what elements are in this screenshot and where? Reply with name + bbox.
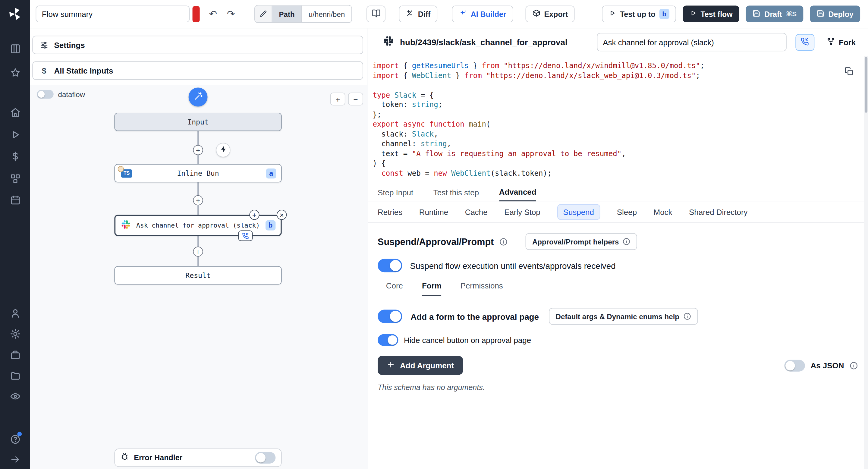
fork-button[interactable]: Fork bbox=[823, 36, 859, 48]
tab-suspend[interactable]: Suspend bbox=[557, 204, 600, 220]
hide-cancel-toggle[interactable] bbox=[378, 334, 398, 346]
subtab-form[interactable]: Form bbox=[422, 281, 441, 296]
help-icon[interactable] bbox=[0, 429, 30, 449]
delete-step-button[interactable]: × bbox=[277, 210, 287, 220]
add-argument-button[interactable]: Add Argument bbox=[378, 356, 463, 375]
flow-graph-canvas[interactable]: dataflow + − Input + TS Inline Bun a bbox=[30, 85, 368, 469]
tab-test-this-step[interactable]: Test this step bbox=[433, 188, 479, 201]
as-json-toggle[interactable] bbox=[784, 359, 805, 371]
blocks-icon[interactable] bbox=[0, 168, 30, 189]
as-json-label: As JSON bbox=[811, 361, 844, 370]
undo-icon: ↶ bbox=[209, 8, 217, 20]
diff-label: Diff bbox=[418, 10, 431, 18]
eye-icon[interactable] bbox=[0, 386, 30, 406]
tab-sleep[interactable]: Sleep bbox=[617, 207, 637, 216]
path-label: Path bbox=[272, 6, 302, 23]
tab-step-input[interactable]: Step Input bbox=[378, 188, 413, 201]
flow-editor-panel: Settings $ All Static Inputs dataflow + … bbox=[30, 28, 368, 469]
tab-early-stop[interactable]: Early Stop bbox=[504, 207, 540, 216]
ai-wand-button[interactable] bbox=[189, 88, 208, 107]
arrow-right-icon[interactable] bbox=[0, 449, 30, 469]
approval-helpers-button[interactable]: Approval/Prompt helpers bbox=[526, 233, 638, 250]
package-icon bbox=[532, 9, 540, 19]
sparkles-icon bbox=[458, 9, 467, 19]
info-icon[interactable] bbox=[849, 361, 858, 370]
tab-retries[interactable]: Retries bbox=[378, 207, 402, 216]
app-window: ↶ ↷ Path u/henri/ben Diff AI Builder Exp… bbox=[0, 0, 868, 469]
play-icon bbox=[689, 9, 696, 19]
tab-runtime[interactable]: Runtime bbox=[419, 207, 448, 216]
path-editor[interactable]: Path u/henri/ben bbox=[254, 5, 352, 23]
info-icon bbox=[683, 313, 691, 320]
docs-button[interactable] bbox=[367, 6, 385, 23]
code-content[interactable]: import { getResumeUrls } from "https://d… bbox=[373, 61, 846, 178]
static-inputs-row[interactable]: $ All Static Inputs bbox=[32, 61, 363, 80]
code-editor[interactable]: import { getResumeUrls } from "https://d… bbox=[368, 56, 868, 184]
flow-settings-row[interactable]: Settings bbox=[32, 36, 363, 54]
calendar-icon[interactable] bbox=[0, 190, 30, 210]
step-tabs: Step Input Test this step Advanced bbox=[368, 184, 868, 201]
insert-step-button[interactable]: + bbox=[193, 195, 203, 205]
toolbar: ↶ ↷ Path u/henri/ben Diff AI Builder Exp… bbox=[30, 0, 868, 28]
draft-label: Draft bbox=[764, 10, 782, 18]
flow-node-input[interactable]: Input bbox=[114, 113, 281, 131]
redo-button[interactable]: ↷ bbox=[222, 6, 240, 23]
star-icon[interactable] bbox=[0, 62, 30, 83]
scrollbar[interactable] bbox=[864, 56, 868, 469]
undo-button[interactable]: ↶ bbox=[204, 6, 222, 23]
add-branch-button[interactable]: + bbox=[249, 210, 259, 220]
play-runs-icon[interactable] bbox=[0, 124, 30, 145]
kanban-icon[interactable] bbox=[0, 39, 30, 59]
subtab-permissions[interactable]: Permissions bbox=[461, 281, 503, 296]
error-handler-toggle[interactable] bbox=[255, 452, 276, 464]
home-icon[interactable] bbox=[0, 102, 30, 122]
info-icon[interactable] bbox=[499, 238, 508, 246]
error-handler-row[interactable]: Error Handler bbox=[114, 448, 281, 467]
suspend-toggle[interactable] bbox=[378, 259, 402, 272]
tab-cache[interactable]: Cache bbox=[465, 207, 488, 216]
diff-button[interactable]: Diff bbox=[399, 6, 437, 23]
bun-icon bbox=[118, 166, 124, 172]
folder-icon[interactable] bbox=[0, 365, 30, 385]
flow-node-inline-bun[interactable]: TS Inline Bun a bbox=[114, 164, 281, 182]
dataflow-toggle[interactable] bbox=[37, 90, 54, 99]
tab-advanced[interactable]: Advanced bbox=[499, 187, 536, 201]
step-title-input[interactable] bbox=[597, 33, 786, 51]
insert-step-button[interactable]: + bbox=[193, 145, 203, 155]
step-badge: b bbox=[659, 9, 669, 19]
scrollbar-thumb[interactable] bbox=[865, 57, 867, 113]
close-icon: × bbox=[280, 211, 284, 219]
briefcase-icon[interactable] bbox=[0, 345, 30, 365]
suspend-indicator-button[interactable] bbox=[795, 34, 814, 51]
test-up-to-button[interactable]: Test up tob bbox=[602, 6, 676, 23]
default-args-help-button[interactable]: Default args & Dynamic enums help bbox=[549, 308, 698, 325]
subtab-core[interactable]: Core bbox=[386, 281, 403, 296]
tab-mock[interactable]: Mock bbox=[654, 207, 673, 216]
magic-wand-icon bbox=[193, 92, 203, 103]
plus-icon: + bbox=[252, 211, 256, 219]
dollar-icon[interactable] bbox=[0, 146, 30, 166]
node-label: Inline Bun bbox=[177, 169, 219, 178]
copy-code-button[interactable] bbox=[844, 67, 854, 77]
path-value[interactable]: u/henri/ben bbox=[302, 6, 352, 23]
trigger-bolt-button[interactable] bbox=[216, 143, 230, 157]
test-flow-button[interactable]: Test flow bbox=[683, 6, 739, 23]
gear-icon[interactable] bbox=[0, 324, 30, 344]
insert-step-button[interactable]: + bbox=[193, 247, 203, 256]
add-form-label: Add a form to the approval page bbox=[410, 312, 539, 321]
add-form-toggle[interactable] bbox=[378, 310, 402, 323]
windmill-logo-icon[interactable] bbox=[8, 7, 22, 24]
user-icon[interactable] bbox=[0, 303, 30, 323]
flow-summary-input[interactable] bbox=[36, 6, 190, 23]
export-button[interactable]: Export bbox=[525, 6, 575, 23]
deploy-button[interactable]: Deploy bbox=[810, 6, 860, 23]
tab-shared-directory[interactable]: Shared Directory bbox=[689, 207, 747, 216]
ai-builder-button[interactable]: AI Builder bbox=[452, 6, 513, 23]
zoom-out-button[interactable]: − bbox=[348, 93, 363, 105]
draft-button[interactable]: Draft⌘S bbox=[746, 6, 803, 23]
zoom-in-button[interactable]: + bbox=[330, 93, 345, 105]
typescript-bun-icon: TS bbox=[121, 169, 132, 178]
plus-icon bbox=[387, 361, 395, 370]
flow-node-result[interactable]: Result bbox=[114, 266, 281, 285]
phone-incoming-icon bbox=[801, 37, 809, 47]
